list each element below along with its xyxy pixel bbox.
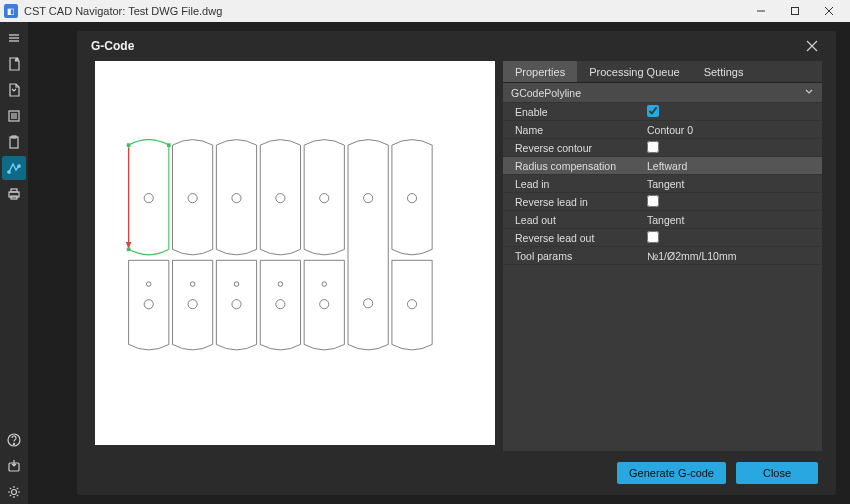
chevron-down-icon: [804, 87, 814, 99]
properties-panel: Properties Processing Queue Settings GCo…: [503, 61, 822, 451]
group-title: GCodePolyline: [511, 87, 581, 99]
svg-rect-1: [792, 8, 799, 15]
help-icon[interactable]: [2, 428, 26, 452]
settings-icon[interactable]: [2, 480, 26, 504]
prop-label: Radius compensation: [503, 160, 643, 172]
close-window-button[interactable]: [812, 0, 846, 22]
svg-point-19: [13, 443, 14, 444]
svg-point-38: [144, 300, 153, 309]
prop-row-enable[interactable]: Enable: [503, 103, 822, 121]
printer-icon[interactable]: [2, 182, 26, 206]
svg-point-40: [188, 300, 197, 309]
svg-point-33: [320, 194, 329, 203]
svg-point-44: [276, 300, 285, 309]
prop-row-lead-in[interactable]: Lead in Tangent: [503, 175, 822, 193]
svg-point-47: [407, 300, 416, 309]
open-folder-icon[interactable]: [2, 78, 26, 102]
prop-value[interactable]: №1/Ø2mm/L10mm: [643, 250, 822, 262]
svg-point-36: [407, 194, 416, 203]
prop-value[interactable]: Leftward: [643, 160, 822, 172]
prop-label: Reverse contour: [503, 142, 643, 154]
menu-icon[interactable]: [2, 26, 26, 50]
prop-value[interactable]: Tangent: [643, 178, 822, 190]
clipboard-icon[interactable]: [2, 130, 26, 154]
close-button[interactable]: Close: [736, 462, 818, 484]
svg-point-46: [320, 300, 329, 309]
svg-point-13: [8, 171, 10, 173]
svg-rect-28: [167, 143, 171, 147]
svg-point-41: [234, 282, 239, 287]
svg-point-31: [232, 194, 241, 203]
reverse-contour-checkbox[interactable]: [647, 141, 659, 153]
prop-row-lead-out[interactable]: Lead out Tangent: [503, 211, 822, 229]
property-group-header[interactable]: GCodePolyline: [503, 83, 822, 103]
svg-point-42: [232, 300, 241, 309]
generate-gcode-button[interactable]: Generate G-code: [617, 462, 726, 484]
svg-point-35: [364, 299, 373, 308]
svg-point-32: [276, 194, 285, 203]
maximize-button[interactable]: [778, 0, 812, 22]
prop-row-reverse-lead-out[interactable]: Reverse lead out: [503, 229, 822, 247]
preview-canvas[interactable]: [95, 61, 495, 445]
svg-point-34: [364, 194, 373, 203]
prop-row-reverse-lead-in[interactable]: Reverse lead in: [503, 193, 822, 211]
dialog-footer: Generate G-code Close: [77, 451, 836, 495]
minimize-button[interactable]: [744, 0, 778, 22]
svg-point-39: [190, 282, 195, 287]
tab-settings[interactable]: Settings: [692, 61, 756, 82]
prop-row-name[interactable]: Name Contour 0: [503, 121, 822, 139]
reverse-lead-in-checkbox[interactable]: [647, 195, 659, 207]
save-as-icon[interactable]: [2, 454, 26, 478]
svg-point-21: [12, 490, 17, 495]
new-file-icon[interactable]: [2, 52, 26, 76]
svg-point-43: [278, 282, 283, 287]
prop-row-radius-compensation[interactable]: Radius compensation Leftward: [503, 157, 822, 175]
tool-sidebar: [0, 22, 28, 504]
svg-point-14: [18, 165, 20, 167]
svg-point-24: [144, 194, 153, 203]
svg-point-45: [322, 282, 327, 287]
prop-row-reverse-contour[interactable]: Reverse contour: [503, 139, 822, 157]
gcode-dialog: G-Code: [77, 31, 836, 495]
svg-point-37: [146, 282, 151, 287]
gcode-tool-icon[interactable]: [2, 156, 26, 180]
svg-rect-29: [127, 248, 131, 252]
dialog-title: G-Code: [91, 39, 134, 53]
prop-label: Tool params: [503, 250, 643, 262]
svg-point-30: [188, 194, 197, 203]
svg-rect-27: [127, 143, 131, 147]
reverse-lead-out-checkbox[interactable]: [647, 231, 659, 243]
prop-value[interactable]: Tangent: [643, 214, 822, 226]
tab-processing-queue[interactable]: Processing Queue: [577, 61, 692, 82]
prop-label: Lead in: [503, 178, 643, 190]
title-bar: ◧ CST CAD Navigator: Test DWG File.dwg: [0, 0, 850, 22]
prop-label: Enable: [503, 106, 643, 118]
panel-tabs: Properties Processing Queue Settings: [503, 61, 822, 83]
svg-rect-11: [10, 137, 18, 148]
window-title: CST CAD Navigator: Test DWG File.dwg: [24, 5, 222, 17]
tab-properties[interactable]: Properties: [503, 61, 577, 82]
prop-label: Reverse lead in: [503, 196, 643, 208]
enable-checkbox[interactable]: [647, 105, 659, 117]
svg-rect-16: [11, 189, 17, 192]
prop-label: Name: [503, 124, 643, 136]
prop-label: Reverse lead out: [503, 232, 643, 244]
app-icon: ◧: [4, 4, 18, 18]
prop-label: Lead out: [503, 214, 643, 226]
prop-row-tool-params[interactable]: Tool params №1/Ø2mm/L10mm: [503, 247, 822, 265]
list-icon[interactable]: [2, 104, 26, 128]
prop-value[interactable]: Contour 0: [643, 124, 822, 136]
dialog-close-button[interactable]: [802, 36, 822, 56]
